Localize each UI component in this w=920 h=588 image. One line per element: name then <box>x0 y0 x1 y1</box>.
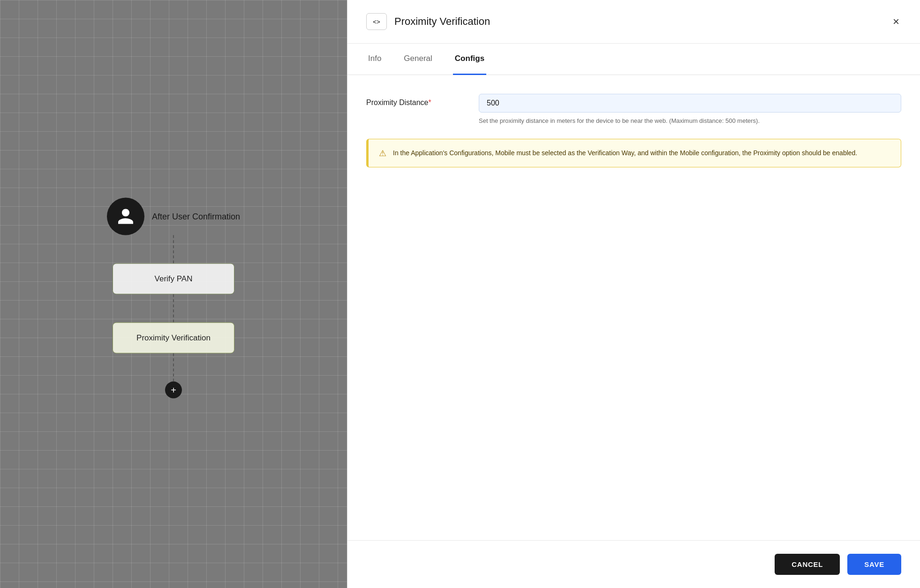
close-button[interactable]: × <box>891 14 901 29</box>
connector-2 <box>173 294 174 323</box>
proximity-distance-field-group: Set the proximity distance in meters for… <box>479 94 901 126</box>
config-panel: <> Proximity Verification × Info General… <box>347 0 920 588</box>
code-icon-button[interactable]: <> <box>366 13 387 30</box>
proximity-distance-input[interactable] <box>479 94 901 113</box>
verify-pan-label: Verify PAN <box>155 274 193 283</box>
panel-title-group: <> Proximity Verification <box>366 13 490 30</box>
warning-box: ⚠ In the Application's Configurations, M… <box>366 139 901 167</box>
verify-pan-box[interactable]: Verify PAN <box>113 264 234 294</box>
user-node-label: After User Confirmation <box>152 211 240 221</box>
canvas-panel: After User Confirmation Verify PAN Proxi… <box>0 0 347 588</box>
panel-body: Proximity Distance* Set the proximity di… <box>347 75 920 540</box>
proximity-distance-label: Proximity Distance* <box>366 94 460 107</box>
panel-header: <> Proximity Verification × <box>347 0 920 44</box>
plus-icon: + <box>171 384 176 395</box>
cancel-button[interactable]: CANCEL <box>775 554 840 575</box>
tab-info-label: Info <box>368 54 381 63</box>
cancel-label: CANCEL <box>792 560 823 568</box>
tab-configs-label: Configs <box>455 54 484 63</box>
panel-footer: CANCEL SAVE <box>347 540 920 588</box>
tab-general[interactable]: General <box>402 44 434 75</box>
code-icon: <> <box>373 18 380 25</box>
user-node: After User Confirmation <box>107 198 240 235</box>
proximity-box-label: Proximity Verification <box>136 333 211 342</box>
connector-3 <box>173 354 174 382</box>
canvas-content: After User Confirmation Verify PAN Proxi… <box>107 198 240 399</box>
required-indicator: * <box>428 98 431 106</box>
proximity-verification-box[interactable]: Proximity Verification <box>113 323 234 354</box>
tab-info[interactable]: Info <box>366 44 383 75</box>
tab-general-label: General <box>404 54 432 63</box>
save-button[interactable]: SAVE <box>847 554 901 575</box>
user-icon <box>116 207 135 226</box>
tabs-bar: Info General Configs <box>347 44 920 75</box>
save-label: SAVE <box>864 560 884 568</box>
warning-icon: ⚠ <box>379 148 386 158</box>
tab-configs[interactable]: Configs <box>453 44 486 75</box>
connector-1 <box>173 235 174 264</box>
proximity-distance-hint: Set the proximity distance in meters for… <box>479 116 901 126</box>
close-icon: × <box>893 15 899 28</box>
proximity-distance-row: Proximity Distance* Set the proximity di… <box>366 94 901 126</box>
warning-text: In the Application's Configurations, Mob… <box>393 148 857 158</box>
panel-title: Proximity Verification <box>394 15 490 28</box>
add-node-button[interactable]: + <box>165 382 182 399</box>
user-avatar <box>107 198 144 235</box>
